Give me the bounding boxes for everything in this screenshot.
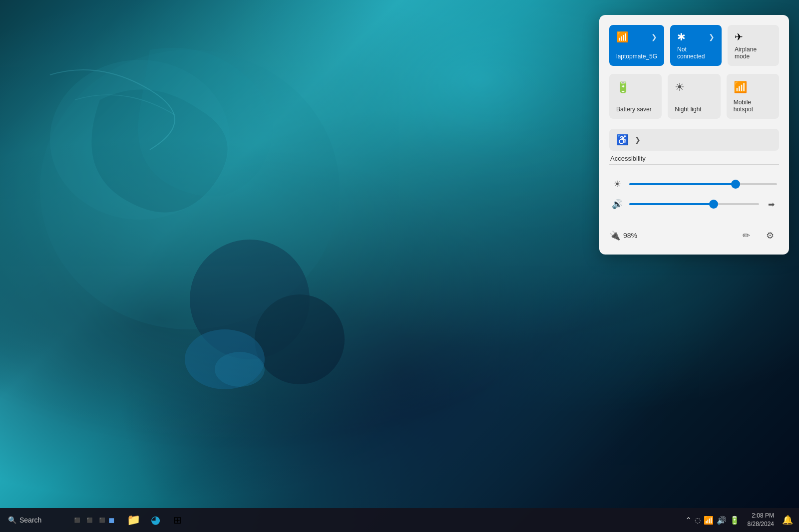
volume-thumb[interactable] xyxy=(709,200,718,209)
airplane-tile-top: ✈ xyxy=(735,31,772,43)
file-explorer-icon[interactable]: 📁 xyxy=(123,510,143,530)
edge-icon[interactable]: ◕ xyxy=(145,510,165,530)
mobile-hotspot-tile[interactable]: 📶 Mobile hotspot xyxy=(727,74,779,119)
bluetooth-arrow[interactable]: ❯ xyxy=(709,33,715,41)
search-icon: 🔍 xyxy=(8,516,16,524)
volume-slider[interactable] xyxy=(629,203,759,205)
chevron-icon[interactable]: ⌃ xyxy=(685,516,692,525)
connectivity-row: 📶 ❯ laptopmate_5G ✱ ❯ Not connected ✈ Ai… xyxy=(609,25,779,66)
volume-sys-icon[interactable]: 🔊 xyxy=(717,516,727,525)
battery-saver-label: Battery saver xyxy=(616,106,652,113)
volume-row: 🔊 ➡ xyxy=(611,199,777,210)
svg-point-5 xyxy=(255,294,345,384)
brightness-icon: ☀ xyxy=(611,179,623,190)
wifi-icon: 📶 xyxy=(616,31,629,43)
wifi-sys-icon[interactable]: 📶 xyxy=(704,516,714,525)
taskbar-center: ◾◾◾ ■ 📁 ◕ ⊞ xyxy=(79,510,187,530)
brightness-fill xyxy=(629,183,736,185)
store-icon[interactable]: ⊞ xyxy=(167,510,187,530)
accessibility-label: Accessibility xyxy=(609,155,779,162)
taskbar-clock[interactable]: 2:08 PM 8/28/2024 xyxy=(744,512,778,529)
desktop: 📶 ❯ laptopmate_5G ✱ ❯ Not connected ✈ Ai… xyxy=(0,0,799,532)
clock-time: 2:08 PM xyxy=(748,512,774,520)
search-label: Search xyxy=(19,516,41,524)
night-light-tile[interactable]: ☀ Night light xyxy=(668,74,720,119)
bluetooth-label: Not connected xyxy=(677,46,715,60)
bluetooth-tile[interactable]: ✱ ❯ Not connected xyxy=(670,25,722,66)
clock-date: 8/28/2024 xyxy=(748,520,774,529)
accessibility-arrow: ❯ xyxy=(635,136,641,144)
battery-status: 🔌 98% xyxy=(609,230,637,241)
features-row: 🔋 Battery saver ☀ Night light 📶 Mobile h… xyxy=(609,74,779,119)
widgets-icon[interactable]: ◾◾◾ xyxy=(79,510,99,530)
brightness-slider[interactable] xyxy=(629,183,777,185)
brightness-thumb[interactable] xyxy=(731,180,740,189)
night-light-label: Night light xyxy=(675,106,701,113)
volume-icon: 🔊 xyxy=(611,199,623,210)
bluetooth-icon: ✱ xyxy=(677,31,686,43)
battery-saver-icon: 🔋 xyxy=(616,81,630,94)
wifi-tile[interactable]: 📶 ❯ laptopmate_5G xyxy=(609,25,664,66)
sys-tray[interactable]: ⌃ ◌ 📶 🔊 🔋 xyxy=(685,516,740,525)
taskbar-right: ⌃ ◌ 📶 🔊 🔋 2:08 PM 8/28/2024 🔔 xyxy=(685,512,799,529)
divider xyxy=(609,164,779,165)
mobile-hotspot-label: Mobile hotspot xyxy=(734,99,772,113)
notification-bell-icon[interactable]: 🔔 xyxy=(782,515,793,526)
taskbar: 🔍 Search ◾◾◾ ■ 📁 ◕ ⊞ ⌃ ◌ 📶 🔊 🔋 2:08 PM 8… xyxy=(0,508,799,532)
taskview-icon[interactable]: ■ xyxy=(101,510,121,530)
panel-bottom-actions: ✏ ⚙ xyxy=(737,227,779,245)
battery-saver-tile[interactable]: 🔋 Battery saver xyxy=(609,74,662,119)
svg-point-7 xyxy=(215,352,265,387)
bluetooth-tile-top: ✱ ❯ xyxy=(677,31,715,43)
taskbar-search[interactable]: 🔍 Search xyxy=(0,516,49,524)
sliders-section: ☀ 🔊 ➡ xyxy=(609,171,779,223)
airplane-tile[interactable]: ✈ Airplane mode xyxy=(728,25,779,66)
mobile-hotspot-icon: 📶 xyxy=(734,81,747,94)
wifi-tile-top: 📶 ❯ xyxy=(616,31,657,43)
wifi-label: laptopmate_5G xyxy=(616,53,657,60)
airplane-label: Airplane mode xyxy=(735,46,772,60)
panel-bottom: 🔌 98% ✏ ⚙ xyxy=(609,223,779,245)
airplane-icon: ✈ xyxy=(735,31,743,43)
wifi-arrow[interactable]: ❯ xyxy=(651,33,657,41)
accessibility-tile[interactable]: ♿ ❯ xyxy=(609,129,779,151)
settings-button[interactable]: ⚙ xyxy=(761,227,779,245)
battery-sys-icon[interactable]: 🔋 xyxy=(730,516,740,525)
battery-icon: 🔌 xyxy=(609,230,620,241)
edit-button[interactable]: ✏ xyxy=(737,227,755,245)
accessibility-icon: ♿ xyxy=(616,134,629,146)
quick-settings-panel: 📶 ❯ laptopmate_5G ✱ ❯ Not connected ✈ Ai… xyxy=(599,15,789,255)
battery-percent: 98% xyxy=(623,232,637,240)
volume-fill xyxy=(629,203,714,205)
night-light-icon: ☀ xyxy=(675,81,685,94)
focus-icon[interactable]: ◌ xyxy=(695,516,701,524)
brightness-row: ☀ xyxy=(611,179,777,190)
volume-output-icon[interactable]: ➡ xyxy=(765,200,777,209)
